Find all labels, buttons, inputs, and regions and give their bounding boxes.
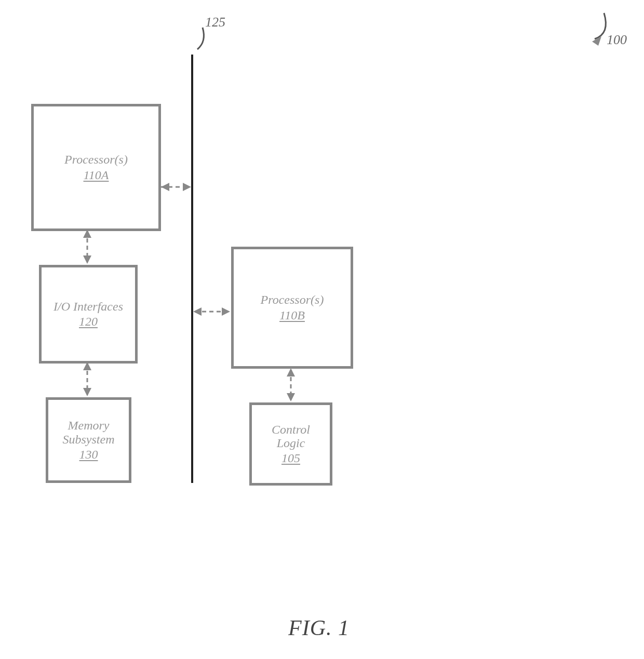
svg-marker-14 <box>83 388 91 396</box>
block-memory: Memory Subsystem 130 <box>46 397 131 483</box>
svg-marker-16 <box>287 368 295 376</box>
block-memory-num: 130 <box>79 448 98 462</box>
svg-marker-2 <box>592 36 601 46</box>
svg-marker-17 <box>287 393 295 401</box>
system-ref-label: 100 <box>607 32 627 48</box>
block-memory-label: Memory Subsystem <box>52 419 125 446</box>
figure-label: FIG. 1 <box>288 615 350 640</box>
block-control-logic-label: Control Logic <box>260 423 322 450</box>
svg-marker-5 <box>183 183 191 191</box>
block-io: I/O Interfaces 120 <box>39 265 138 364</box>
block-io-num: 120 <box>79 315 98 329</box>
block-processor-a-label: Processor(s) <box>64 153 128 166</box>
block-processor-a-num: 110A <box>84 168 109 182</box>
block-processor-b-label: Processor(s) <box>261 293 324 306</box>
block-processor-b: Processor(s) 110B <box>231 247 353 369</box>
block-control-logic-num: 105 <box>281 451 300 465</box>
figure-label-text: FIG. 1 <box>288 616 350 640</box>
block-processor-b-num: 110B <box>279 308 305 322</box>
block-control-logic: Control Logic 105 <box>249 402 332 486</box>
bus-ref: 125 <box>205 15 225 30</box>
svg-marker-11 <box>83 255 91 264</box>
svg-marker-4 <box>161 183 169 191</box>
bus-ref-label: 125 <box>205 15 225 30</box>
system-ref: 100 <box>607 32 627 47</box>
system-diagram: 125 100 Processor(s) 110A I/O Interfaces… <box>0 0 644 659</box>
block-io-label: I/O Interfaces <box>53 300 123 313</box>
svg-marker-8 <box>222 307 230 316</box>
block-processor-a: Processor(s) 110A <box>31 104 161 231</box>
svg-marker-7 <box>193 307 202 316</box>
